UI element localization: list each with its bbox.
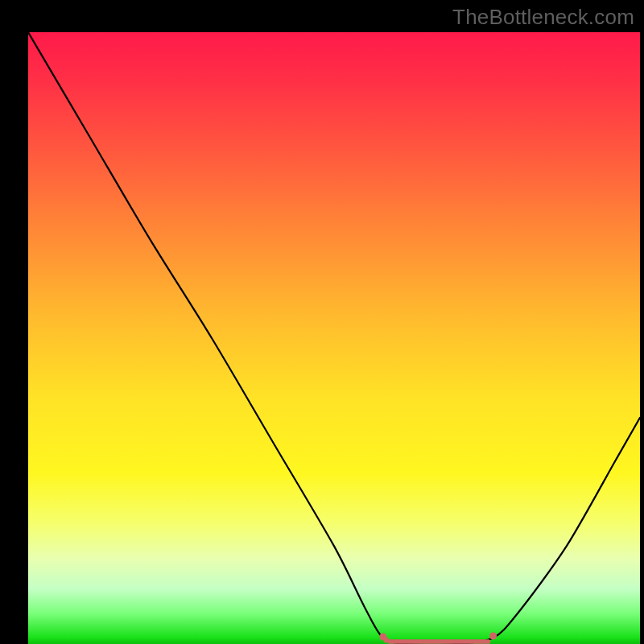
- plot-area: [28, 32, 640, 644]
- curve-svg: [28, 32, 640, 644]
- flat-region-markers: [379, 633, 497, 643]
- flat-marker-dot: [489, 633, 497, 640]
- chart-container: TheBottleneck.com: [0, 0, 644, 644]
- bottleneck-curve-path: [28, 32, 640, 644]
- watermark-text: TheBottleneck.com: [452, 5, 634, 30]
